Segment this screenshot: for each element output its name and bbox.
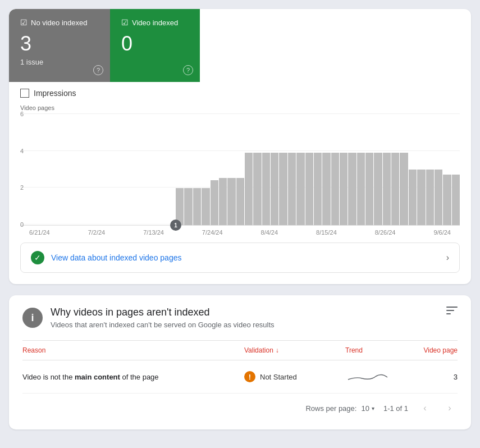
row-video-page-count: 3 (413, 373, 458, 381)
bar (296, 153, 304, 225)
no-video-indexed-item[interactable]: ☑ No video indexed 3 1 issue ? (9, 9, 110, 82)
bar (417, 170, 425, 226)
row-validation: ! Not Started (244, 371, 345, 382)
table-row: Video is not the main content of the pag… (22, 360, 458, 394)
next-page-button[interactable]: › (442, 400, 458, 416)
chart-y-label: Video pages (20, 104, 460, 111)
rows-per-page: Rows per page: 10 ▾ (305, 404, 374, 413)
svg-rect-2 (446, 313, 451, 314)
bar (305, 153, 313, 225)
why-header-left: i Why videos in pages aren't indexed Vid… (22, 307, 275, 329)
why-title: Why videos in pages aren't indexed (51, 307, 275, 318)
bar (236, 178, 244, 225)
impressions-checkbox[interactable] (20, 89, 29, 98)
chart-container: 6 4 2 0 (20, 113, 460, 226)
row-reason: Video is not the main content of the pag… (22, 373, 244, 381)
view-data-link[interactable]: ✓ View data about indexed video pages › (20, 243, 460, 273)
bar (426, 170, 434, 226)
bar (211, 180, 218, 225)
bar (409, 170, 417, 226)
bar (288, 153, 296, 225)
video-indexed-label: Video indexed (132, 19, 178, 27)
impressions-label: Impressions (34, 89, 76, 98)
x-axis: 6/21/24 7/2/24 7/13/24 7/24/24 8/4/24 8/… (20, 226, 460, 236)
no-video-indexed-count: 3 (20, 31, 99, 56)
bar (279, 153, 287, 225)
rows-per-page-value: 10 (361, 404, 369, 413)
y-label-0: 0 (20, 221, 24, 228)
x-label: 8/26/24 (375, 229, 396, 236)
y-label-2: 2 (20, 184, 24, 191)
bar (340, 153, 348, 225)
no-video-indexed-header: ☑ No video indexed (20, 18, 99, 27)
bar (391, 153, 399, 225)
info-icon-letter: i (31, 312, 34, 324)
index-status-card: ☑ No video indexed 3 1 issue ? ☑ Video i… (9, 9, 471, 284)
view-data-left: ✓ View data about indexed video pages (31, 251, 181, 264)
x-label: 6/21/24 (29, 229, 50, 236)
prev-page-button[interactable]: ‹ (417, 400, 433, 416)
bar (443, 175, 451, 225)
x-label: 8/4/24 (261, 229, 278, 236)
col-header-reason: Reason (22, 346, 244, 354)
x-label: 8/15/24 (316, 229, 337, 236)
y-label-6: 6 (20, 111, 24, 117)
bar (331, 153, 339, 225)
bar (322, 153, 330, 225)
pagination-range: 1-1 of 1 (383, 404, 408, 413)
pagination: Rows per page: 10 ▾ 1-1 of 1 ‹ › (22, 394, 458, 418)
no-video-indexed-label: No video indexed (31, 19, 87, 27)
bar (245, 153, 253, 225)
bar (365, 153, 373, 225)
bar (348, 153, 356, 225)
no-video-indexed-sub: 1 issue (20, 58, 99, 66)
bar (314, 153, 322, 225)
x-label: 9/6/24 (433, 229, 451, 236)
svg-rect-0 (446, 307, 458, 308)
impressions-section: Impressions (9, 82, 471, 98)
bar (383, 153, 391, 225)
bar (400, 153, 408, 225)
bar (253, 153, 261, 225)
row-reason-bold: main content (75, 373, 120, 381)
bar (374, 153, 382, 225)
bar (227, 178, 235, 225)
video-indexed-item[interactable]: ☑ Video indexed 0 ? (110, 9, 200, 82)
status-bar: ☑ No video indexed 3 1 issue ? ☑ Video i… (9, 9, 471, 82)
bar (202, 188, 209, 225)
video-indexed-count: 0 (121, 31, 189, 56)
y-label-4: 4 (20, 148, 24, 154)
bar (193, 188, 201, 225)
col-header-trend: Trend (345, 346, 413, 354)
why-title-group: Why videos in pages aren't indexed Video… (51, 307, 275, 329)
sort-down-icon[interactable]: ↓ (276, 346, 279, 354)
checkbox-checked-icon-2: ☑ (121, 18, 129, 27)
bar (262, 153, 270, 225)
bar (435, 170, 442, 226)
video-indexed-help-icon[interactable]: ? (183, 65, 193, 75)
col-header-videopage: Video page (413, 346, 458, 354)
checkbox-checked-icon: ☑ (20, 18, 28, 27)
why-subtitle: Videos that aren't indexed can't be serv… (51, 321, 275, 329)
bar (184, 188, 192, 225)
why-header: i Why videos in pages aren't indexed Vid… (22, 307, 458, 329)
rows-per-page-select[interactable]: 10 ▾ (361, 404, 374, 413)
warning-icon: ! (244, 371, 255, 382)
bars-area: 1 (29, 113, 460, 225)
chevron-right-icon: › (446, 253, 449, 263)
filter-icon[interactable] (446, 307, 458, 318)
table-header: Reason Validation ↓ Trend Video page (22, 340, 458, 360)
info-icon: i (22, 308, 43, 328)
chart-annotation: 1 (170, 220, 181, 231)
col-header-validation: Validation ↓ (244, 346, 345, 354)
x-label: 7/13/24 (143, 229, 164, 236)
svg-rect-1 (446, 310, 454, 311)
why-videos-card: i Why videos in pages aren't indexed Vid… (9, 295, 471, 429)
row-trend (345, 368, 413, 385)
rows-per-page-label: Rows per page: (305, 404, 356, 413)
no-video-indexed-help-icon[interactable]: ? (93, 65, 103, 75)
chart-area: Video pages 6 4 2 0 (9, 104, 471, 236)
bar (271, 153, 278, 225)
trend-line-chart (345, 368, 413, 385)
bar-annotated: 1 (176, 188, 184, 225)
